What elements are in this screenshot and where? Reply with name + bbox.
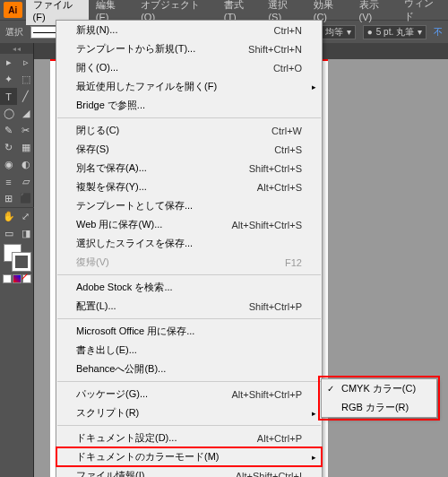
submenu-item[interactable]: ✓CMYK カラー(C) xyxy=(322,379,436,398)
menu-item[interactable]: ドキュメント設定(D)...Alt+Ctrl+P xyxy=(56,429,322,447)
menubar: Ai ファイル(F) 編集(E) オブジェクト(O) 書式(T) 選択(S) 効… xyxy=(0,0,448,20)
menu-item[interactable]: 別名で保存(A)...Shift+Ctrl+S xyxy=(56,159,322,178)
menu-separator xyxy=(57,425,321,426)
menu-item-label: 選択したスライスを保存... xyxy=(76,237,193,250)
tool-button[interactable]: ⊞ xyxy=(0,190,17,207)
menu-item-label: テンプレートとして保存... xyxy=(76,199,193,212)
tool-button[interactable]: ⬛ xyxy=(17,190,34,207)
menu-item[interactable]: ファイル情報(I)...Alt+Shift+Ctrl+I xyxy=(56,466,322,477)
tool-button[interactable]: ✦ xyxy=(0,71,17,88)
menu-item[interactable]: 選択したスライスを保存... xyxy=(56,234,322,253)
menu-item[interactable]: 開く(O)...Ctrl+O xyxy=(56,58,322,77)
profile-dropdown[interactable]: 均等▾ xyxy=(321,25,356,39)
menu-item-label: ドキュメント設定(D)... xyxy=(76,431,177,445)
menu-item[interactable]: テンプレートとして保存... xyxy=(56,196,322,215)
menu-item[interactable]: 書き出し(E)... xyxy=(56,341,322,360)
menu-item-label: 複製を保存(Y)... xyxy=(76,180,147,194)
tool-button[interactable]: ▸ xyxy=(0,54,17,71)
menu-shortcut: Alt+Ctrl+S xyxy=(257,182,302,193)
menu-item-label: 別名で保存(A)... xyxy=(76,161,147,175)
tool-button[interactable]: ≡ xyxy=(0,173,17,190)
tool-button[interactable]: ▭ xyxy=(0,225,17,242)
check-icon: ✓ xyxy=(327,384,334,394)
menu-item-label: 開く(O)... xyxy=(76,61,118,74)
opacity-link[interactable]: 不 xyxy=(434,26,443,39)
app-icon: Ai xyxy=(4,2,22,18)
tool-button[interactable]: ◢ xyxy=(17,105,34,122)
brush-dropdown[interactable]: ●5 pt. 丸筆▾ xyxy=(363,25,426,39)
menu-item-label: ファイル情報(I)... xyxy=(76,469,153,477)
tools-panel: ◂◂ ▸▹✦⬚T╱◯◢✎✂↻▦◉◐≡▱⊞⬛✋⤢▭◨ xyxy=(0,43,34,477)
tool-button[interactable]: ✂ xyxy=(17,122,34,139)
menu-shortcut: Ctrl+O xyxy=(273,63,302,74)
menu-shortcut: Ctrl+W xyxy=(271,126,302,136)
menu-shortcut: Shift+Ctrl+N xyxy=(248,44,302,55)
menu-view[interactable]: 表示(V) xyxy=(352,0,397,25)
menu-shortcut: F12 xyxy=(285,257,302,268)
menu-item[interactable]: Bridge で参照... xyxy=(56,96,322,115)
menu-item-label: 最近使用したファイルを開く(F) xyxy=(76,80,217,93)
menu-shortcut: Ctrl+N xyxy=(274,25,302,36)
tool-button[interactable]: ▹ xyxy=(17,54,34,71)
menu-shortcut: Shift+Ctrl+S xyxy=(249,163,302,174)
tool-button[interactable]: ◨ xyxy=(17,225,34,242)
fill-stroke-swatch[interactable] xyxy=(0,242,34,273)
tool-button[interactable]: ✎ xyxy=(0,122,17,139)
menu-item: 復帰(V)F12 xyxy=(56,253,322,272)
tool-button[interactable]: ⬚ xyxy=(17,71,34,88)
menu-separator xyxy=(57,381,321,382)
tool-button[interactable]: ◉ xyxy=(0,156,17,173)
submenu-item-label: CMYK カラー(C) xyxy=(341,382,416,395)
menu-shortcut: Alt+Ctrl+P xyxy=(257,433,302,444)
menu-item[interactable]: 配置(L)...Shift+Ctrl+P xyxy=(56,297,322,316)
submenu-arrow-icon: ▸ xyxy=(312,82,316,91)
submenu-item[interactable]: RGB カラー(R) xyxy=(322,398,436,417)
tool-button[interactable]: ╱ xyxy=(17,88,34,105)
tool-button[interactable]: ↻ xyxy=(0,139,17,156)
menu-item-label: 書き出し(E)... xyxy=(76,343,137,357)
menu-window[interactable]: ウィンド xyxy=(397,0,448,26)
menu-item-label: 新規(N)... xyxy=(76,23,117,37)
menu-item-label: テンプレートから新規(T)... xyxy=(76,42,195,56)
menu-item[interactable]: Behanceへ公開(B)... xyxy=(56,360,322,378)
menu-item-label: 閉じる(C) xyxy=(76,124,119,137)
tool-button[interactable]: ✋ xyxy=(0,208,17,225)
submenu-arrow-icon: ▸ xyxy=(312,409,316,418)
tool-button[interactable]: ▱ xyxy=(17,173,34,190)
tool-button[interactable]: ◯ xyxy=(0,105,17,122)
menu-item-label: Adobe Stock を検索... xyxy=(76,281,173,294)
menu-separator xyxy=(57,318,321,319)
menu-item[interactable]: Microsoft Office 用に保存... xyxy=(56,322,322,341)
menu-shortcut: Alt+Shift+Ctrl+P xyxy=(231,389,302,400)
tool-button[interactable]: T xyxy=(0,88,17,105)
submenu-arrow-icon: ▸ xyxy=(312,453,316,462)
menu-item-label: 復帰(V) xyxy=(76,256,109,269)
menu-item[interactable]: 複製を保存(Y)...Alt+Ctrl+S xyxy=(56,178,322,196)
menu-item[interactable]: Adobe Stock を検索... xyxy=(56,278,322,297)
menu-item[interactable]: 最近使用したファイルを開く(F)▸ xyxy=(56,77,322,96)
menu-item-label: スクリプト(R) xyxy=(76,406,139,420)
tools-panel-grip[interactable]: ◂◂ xyxy=(0,43,33,54)
menu-item[interactable]: スクリプト(R)▸ xyxy=(56,403,322,422)
menu-item-label: ドキュメントのカラーモード(M) xyxy=(76,450,220,464)
menu-item[interactable]: パッケージ(G)...Alt+Shift+Ctrl+P xyxy=(56,385,322,403)
menu-shortcut: Alt+Shift+Ctrl+I xyxy=(236,471,302,478)
tool-button[interactable]: ⤢ xyxy=(17,208,34,225)
color-mode-toggles[interactable] xyxy=(0,273,34,285)
tool-button[interactable]: ▦ xyxy=(17,139,34,156)
menu-item[interactable]: 保存(S)Ctrl+S xyxy=(56,140,322,159)
menu-separator xyxy=(57,117,321,118)
menu-item[interactable]: Web 用に保存(W)...Alt+Shift+Ctrl+S xyxy=(56,215,322,234)
menu-item[interactable]: ドキュメントのカラーモード(M)▸ xyxy=(56,447,322,466)
tool-button[interactable]: ◐ xyxy=(17,156,34,173)
color-mode-submenu: ✓CMYK カラー(C)RGB カラー(R) xyxy=(321,378,437,418)
menu-item[interactable]: 新規(N)...Ctrl+N xyxy=(56,21,322,39)
menu-item-label: Microsoft Office 用に保存... xyxy=(76,325,194,338)
menu-item[interactable]: テンプレートから新規(T)...Shift+Ctrl+N xyxy=(56,39,322,58)
menu-item-label: 配置(L)... xyxy=(76,299,116,313)
menu-item[interactable]: 閉じる(C)Ctrl+W xyxy=(56,121,322,140)
menu-item-label: Behanceへ公開(B)... xyxy=(76,362,166,376)
menu-item-label: Bridge で参照... xyxy=(76,99,145,112)
menu-shortcut: Ctrl+S xyxy=(274,144,302,155)
submenu-item-label: RGB カラー(R) xyxy=(341,401,409,414)
